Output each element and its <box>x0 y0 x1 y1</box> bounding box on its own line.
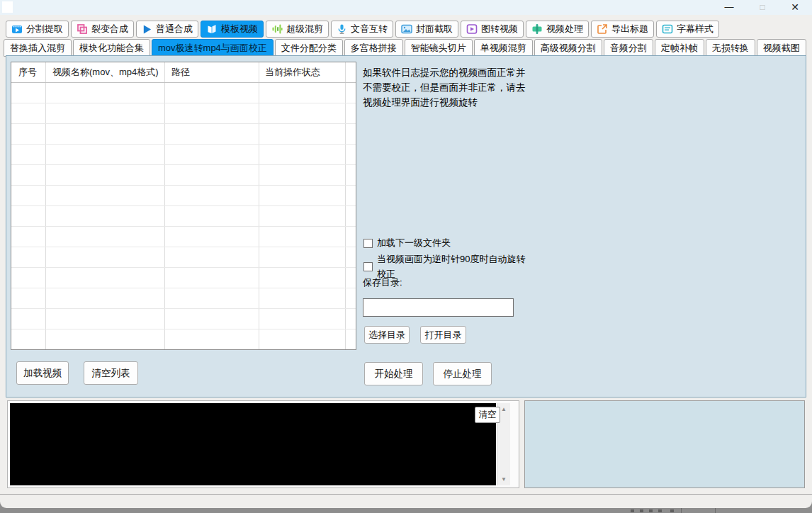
minimize-button[interactable]: — <box>717 0 741 15</box>
hint-line: 如果软件日志提示您的视频画面正常并 <box>363 65 527 80</box>
hint-line: 不需要校正，但是画面并非正常，请去 <box>363 80 527 95</box>
start-process-button[interactable]: 开始处理 <box>364 362 423 385</box>
save-dir-input[interactable] <box>363 298 514 317</box>
video-list-table: 序号 视频名称(mov、mp4格式) 路径 当前操作状态 <box>11 62 356 350</box>
subtab-audio-split[interactable]: 音频分割 <box>604 39 653 57</box>
tab-label: 导出标题 <box>611 23 648 35</box>
tab-label: 文音互转 <box>351 23 388 35</box>
microphone-icon <box>337 23 347 35</box>
table-row <box>11 206 356 227</box>
tray-icon <box>631 509 634 512</box>
titlebar: — □ ✕ <box>0 0 812 15</box>
subtab-single-video-mix[interactable]: 单视频混剪 <box>474 39 533 57</box>
subtab-label: 智能镜头切片 <box>411 42 466 55</box>
image-play-icon <box>466 23 478 35</box>
subtab-label: mov极速转mp4与画面校正 <box>158 42 267 55</box>
col-header-path: 路径 <box>171 62 190 82</box>
subtab-lossless-convert[interactable]: 无损转换 <box>706 39 755 57</box>
subtab-label: 模块化功能合集 <box>79 42 144 55</box>
auto-rotate-checkbox[interactable] <box>363 262 373 271</box>
subtab-file-sort[interactable]: 文件分配分类 <box>275 39 343 57</box>
taskbar-strip <box>0 508 812 513</box>
main-tab-bar: 分割提取 裂变合成 普通合成 模板视频 超级混剪 文音互转 封面截取 图转视频 <box>6 21 719 38</box>
tab-subtitle-style[interactable]: 字幕样式 <box>656 21 719 38</box>
subtab-label: 无损转换 <box>712 42 749 55</box>
tray-icon <box>640 509 643 512</box>
tab-label: 视频处理 <box>546 23 583 35</box>
subtab-advanced-split[interactable]: 高级视频分割 <box>534 39 602 57</box>
secondary-log-panel <box>524 400 805 488</box>
film-process-icon <box>531 23 543 35</box>
tab-label: 图转视频 <box>481 23 518 35</box>
video-split-icon <box>11 23 23 35</box>
tab-video-process[interactable]: 视频处理 <box>526 21 589 38</box>
image-icon <box>401 23 412 35</box>
subtab-frame-fix[interactable]: 定帧补帧 <box>655 39 704 57</box>
tab-label: 字幕样式 <box>677 23 714 35</box>
table-row <box>11 145 356 165</box>
tab-cover-capture[interactable]: 封面截取 <box>395 21 458 38</box>
log-output <box>10 403 496 485</box>
select-dir-button[interactable]: 选择目录 <box>364 326 410 344</box>
sub-tab-bar: 替换插入混剪 模块化功能合集 mov极速转mp4与画面校正 文件分配分类 多宫格… <box>4 39 806 57</box>
table-row <box>11 247 356 268</box>
tab-label: 超级混剪 <box>286 23 323 35</box>
subtab-mov-convert-correct[interactable]: mov极速转mp4与画面校正 <box>152 39 274 57</box>
subtab-label: 定帧补帧 <box>661 42 698 55</box>
subtab-video-snapshot[interactable]: 视频截图 <box>757 39 806 57</box>
tab-label: 封面截取 <box>416 23 453 35</box>
subtab-module-functions[interactable]: 模块化功能合集 <box>73 39 150 57</box>
load-subfolder-checkbox[interactable] <box>363 239 373 248</box>
equalizer-icon <box>271 23 283 35</box>
maximize-button[interactable]: □ <box>750 0 774 15</box>
load-video-button[interactable]: 加载视频 <box>16 361 69 385</box>
table-row <box>11 124 356 145</box>
close-button[interactable]: ✕ <box>783 0 807 15</box>
tab-normal-compose[interactable]: 普通合成 <box>136 21 198 38</box>
tab-fission-compose[interactable]: 裂变合成 <box>71 21 134 38</box>
table-row <box>11 165 356 186</box>
col-header-status: 当前操作状态 <box>265 62 320 82</box>
col-header-name: 视频名称(mov、mp4格式) <box>52 62 159 82</box>
subtab-multi-grid[interactable]: 多宫格拼接 <box>344 39 403 57</box>
open-dir-button[interactable]: 打开目录 <box>420 326 466 344</box>
scroll-down-icon[interactable]: ▼ <box>497 476 510 483</box>
table-body <box>11 83 356 349</box>
subtitle-style-icon <box>662 23 673 35</box>
play-triangle-icon <box>142 24 152 35</box>
subtab-label: 多宫格拼接 <box>351 42 397 55</box>
clear-log-button[interactable]: 清空 <box>475 407 500 423</box>
tray-separator <box>681 508 682 513</box>
table-header: 序号 视频名称(mov、mp4格式) 路径 当前操作状态 <box>11 62 356 83</box>
subtab-replace-insert-mix[interactable]: 替换插入混剪 <box>4 39 72 57</box>
subtab-label: 替换插入混剪 <box>10 42 65 55</box>
statusbar-divider <box>0 494 812 495</box>
tab-template-video[interactable]: 模板视频 <box>201 21 264 38</box>
tray-icon <box>658 509 662 512</box>
rotation-hint-text: 如果软件日志提示您的视频画面正常并 不需要校正，但是画面并非正常，请去 视频处理… <box>363 65 527 110</box>
stop-process-button[interactable]: 停止处理 <box>433 362 492 385</box>
tab-label: 裂变合成 <box>91 23 128 35</box>
tab-super-mix[interactable]: 超级混剪 <box>266 21 329 38</box>
tab-label: 普通合成 <box>156 23 193 35</box>
app-window: — □ ✕ 分割提取 裂变合成 普通合成 模板视频 超级混剪 文音互转 <box>0 0 812 508</box>
subtab-smart-shot-cut[interactable]: 智能镜头切片 <box>405 39 473 57</box>
load-subfolder-label: 加载下一级文件夹 <box>377 237 451 249</box>
table-row <box>11 268 356 288</box>
fission-squares-icon <box>77 23 88 35</box>
tab-text-audio-convert[interactable]: 文音互转 <box>331 21 393 38</box>
table-row <box>11 103 356 124</box>
tab-split-extract[interactable]: 分割提取 <box>6 21 69 38</box>
tab-image-to-video[interactable]: 图转视频 <box>461 21 524 38</box>
app-icon <box>2 1 13 13</box>
col-header-index: 序号 <box>18 62 37 82</box>
subtab-label: 视频截图 <box>763 42 800 55</box>
load-subfolder-option: 加载下一级文件夹 <box>363 237 451 249</box>
hint-line: 视频处理界面进行视频旋转 <box>363 95 527 110</box>
tab-export-title[interactable]: 导出标题 <box>591 21 654 38</box>
table-row <box>11 329 356 349</box>
subtab-label: 音频分割 <box>610 42 647 55</box>
export-title-icon <box>597 23 608 35</box>
table-row <box>11 309 356 329</box>
clear-list-button[interactable]: 清空列表 <box>84 361 138 385</box>
